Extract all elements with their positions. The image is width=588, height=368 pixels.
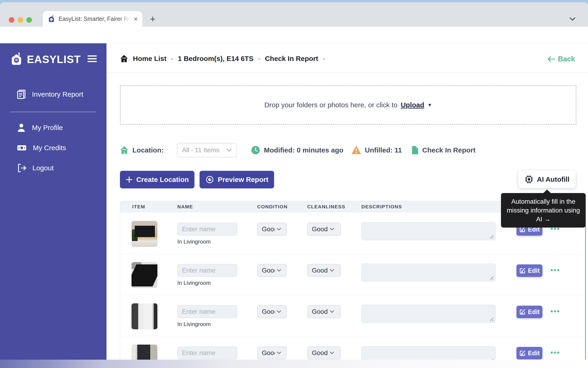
sidebar-item-inventory-report[interactable]: Inventory Report bbox=[17, 89, 83, 99]
row-more-menu-icon[interactable] bbox=[551, 351, 559, 354]
report-text: Check In Report bbox=[422, 146, 475, 154]
breadcrumb-separator: - bbox=[323, 55, 325, 62]
back-arrow-icon bbox=[547, 56, 555, 63]
credits-icon bbox=[17, 143, 27, 153]
description-textarea[interactable] bbox=[361, 222, 496, 240]
header-divider bbox=[106, 73, 588, 73]
item-name-input[interactable] bbox=[177, 346, 237, 359]
eye-icon bbox=[205, 176, 214, 183]
window-close-button[interactable] bbox=[9, 17, 14, 23]
ai-autofill-button[interactable]: AI Autofill bbox=[518, 170, 576, 188]
breadcrumb-property[interactable]: 1 Bedroom(s), E14 6TS bbox=[178, 55, 254, 63]
cleanliness-select[interactable]: Good bbox=[307, 346, 341, 359]
column-header-item: ITEM bbox=[132, 201, 145, 212]
create-location-label: Create Location bbox=[136, 176, 189, 184]
edit-pencil-icon bbox=[519, 350, 526, 356]
app-logo[interactable]: EASYLIST bbox=[9, 52, 81, 66]
sidebar-divider bbox=[10, 112, 96, 112]
document-icon bbox=[411, 146, 419, 155]
browser-toolbar bbox=[0, 27, 588, 43]
cleanliness-select[interactable]: Good bbox=[307, 264, 341, 277]
condition-select[interactable]: Good bbox=[257, 305, 287, 318]
logo-text: EASYLIST bbox=[27, 53, 81, 65]
tab-search-chevron-icon[interactable] bbox=[568, 16, 577, 22]
chevron-down-icon bbox=[330, 228, 334, 231]
column-header-cleanliness: CLEANLINESS bbox=[307, 201, 345, 212]
edit-button[interactable]: Edit bbox=[517, 306, 542, 318]
create-location-button[interactable]: Create Location bbox=[120, 171, 194, 188]
row-more-menu-icon[interactable] bbox=[551, 228, 559, 230]
new-tab-button[interactable]: + bbox=[150, 14, 155, 24]
window-minimize-button[interactable] bbox=[18, 17, 23, 23]
chevron-down-icon bbox=[277, 228, 281, 231]
back-button[interactable]: Back bbox=[547, 55, 575, 63]
item-name-input[interactable] bbox=[177, 305, 237, 318]
cleanliness-select[interactable]: Good bbox=[307, 305, 341, 318]
table-row: In Livingroom Good Good Edit bbox=[120, 295, 585, 336]
row-more-menu-icon[interactable] bbox=[551, 269, 559, 271]
user-icon bbox=[17, 123, 26, 133]
desktop-bottom-edge bbox=[0, 360, 588, 368]
condition-select[interactable]: Good bbox=[257, 223, 287, 236]
sidebar-item-logout[interactable]: Logout bbox=[17, 163, 54, 173]
edit-button[interactable]: Edit bbox=[517, 264, 542, 277]
cleanliness-value: Good bbox=[312, 308, 328, 315]
sidebar-item-my-credits[interactable]: My Credits bbox=[17, 143, 66, 153]
preview-report-label: Preview Report bbox=[218, 176, 268, 184]
location-group: Location: bbox=[120, 143, 164, 158]
item-room-label: In Livingroom bbox=[177, 280, 211, 286]
warning-icon bbox=[351, 146, 361, 155]
chevron-down-icon bbox=[226, 148, 232, 152]
item-name-input[interactable] bbox=[177, 264, 237, 277]
logout-icon bbox=[17, 163, 26, 173]
condition-value: Good bbox=[262, 225, 275, 233]
column-header-descriptions: DESCRIPTIONS bbox=[361, 201, 402, 212]
dropzone-text: Drop your folders or photos here, or cli… bbox=[264, 101, 397, 109]
sidebar-item-label: My Credits bbox=[33, 144, 66, 152]
condition-value: Good bbox=[262, 267, 275, 274]
unfilled-status: Unfilled: 11 bbox=[351, 143, 402, 158]
location-select[interactable]: All - 11 Items bbox=[177, 143, 237, 157]
condition-value: Good bbox=[262, 308, 275, 315]
condition-select[interactable]: Good bbox=[257, 264, 287, 277]
location-select-value: All - 11 Items bbox=[182, 147, 219, 154]
preview-report-button[interactable]: Preview Report bbox=[200, 171, 274, 188]
condition-select[interactable]: Good bbox=[257, 346, 287, 359]
cleanliness-value: Good bbox=[312, 267, 328, 274]
breadcrumb-separator: - bbox=[171, 55, 173, 62]
ai-chip-icon bbox=[524, 175, 534, 184]
item-photo-thumbnail[interactable] bbox=[132, 303, 158, 329]
description-textarea[interactable] bbox=[361, 264, 496, 282]
sidebar: EASYLIST Inventory Report My Profile bbox=[0, 43, 106, 360]
browser-tab[interactable]: EasyList: Smarter, Fairer Renta × bbox=[43, 11, 142, 27]
item-name-input[interactable] bbox=[177, 223, 237, 236]
tooltip-text: Automatically fill in the missing inform… bbox=[507, 198, 580, 223]
edit-button[interactable]: Edit bbox=[517, 347, 542, 359]
sidebar-item-my-profile[interactable]: My Profile bbox=[17, 123, 63, 133]
upload-dropzone[interactable]: Drop your folders or photos here, or cli… bbox=[120, 85, 576, 125]
description-textarea[interactable] bbox=[361, 305, 496, 323]
breadcrumb-home-list[interactable]: Home List bbox=[133, 55, 167, 63]
upload-link[interactable]: Upload bbox=[401, 101, 424, 109]
location-house-icon bbox=[120, 146, 129, 155]
chevron-down-icon bbox=[330, 310, 334, 313]
item-photo-thumbnail[interactable] bbox=[132, 221, 158, 247]
cleanliness-select[interactable]: Good bbox=[307, 223, 341, 236]
item-room-label: In Livingroom bbox=[177, 321, 211, 327]
condition-value: Good bbox=[262, 349, 275, 357]
edit-label: Edit bbox=[528, 350, 540, 357]
row-more-menu-icon[interactable] bbox=[551, 310, 559, 312]
chevron-down-icon bbox=[330, 269, 334, 272]
edit-label: Edit bbox=[528, 308, 540, 316]
report-status: Check In Report bbox=[411, 143, 475, 158]
window-zoom-button[interactable] bbox=[26, 17, 32, 23]
sidebar-toggle-icon[interactable] bbox=[88, 55, 97, 64]
breadcrumb-report[interactable]: Check In Report bbox=[265, 55, 318, 63]
sidebar-item-label: Inventory Report bbox=[32, 90, 83, 98]
home-icon[interactable] bbox=[120, 55, 128, 63]
breadcrumb-separator: - bbox=[258, 55, 260, 62]
chevron-down-icon bbox=[330, 351, 334, 355]
item-photo-thumbnail[interactable] bbox=[132, 262, 158, 288]
ai-autofill-tooltip: Automatically fill in the missing inform… bbox=[501, 193, 586, 228]
tab-close-icon[interactable]: × bbox=[134, 16, 138, 22]
